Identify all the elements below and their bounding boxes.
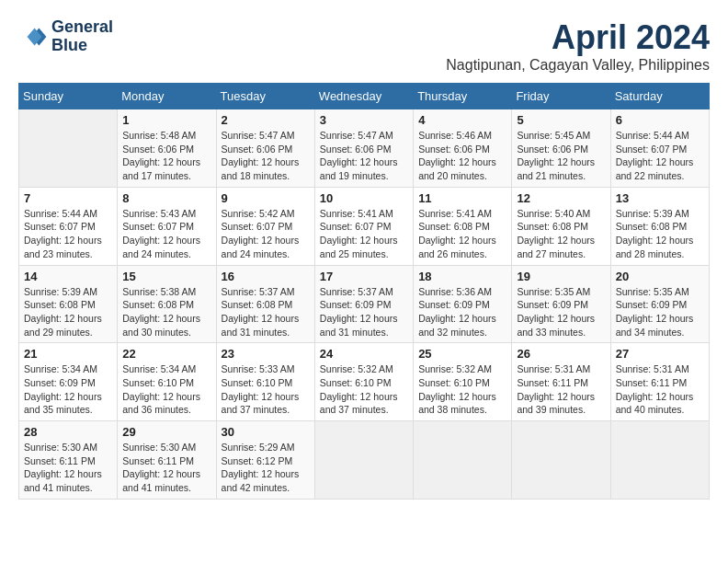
day-info: Sunrise: 5:39 AMSunset: 6:08 PMDaylight:… — [24, 285, 112, 339]
day-info: Sunrise: 5:33 AMSunset: 6:10 PMDaylight:… — [222, 362, 310, 417]
day-info: Sunrise: 5:48 AMSunset: 6:06 PMDaylight:… — [122, 129, 210, 183]
header-day-monday: Monday — [118, 84, 216, 109]
calendar-header-row: SundayMondayTuesdayWednesdayThursdayFrid… — [19, 84, 710, 109]
page-header: General Blue April 2024 Nagtipunan, Caga… — [18, 18, 710, 74]
day-number: 5 — [517, 113, 605, 127]
day-info: Sunrise: 5:40 AMSunset: 6:08 PMDaylight:… — [517, 207, 605, 261]
day-info: Sunrise: 5:47 AMSunset: 6:06 PMDaylight:… — [320, 129, 408, 183]
calendar-cell: 20Sunrise: 5:35 AMSunset: 6:09 PMDayligh… — [610, 265, 709, 343]
calendar-week-5: 28Sunrise: 5:30 AMSunset: 6:11 PMDayligh… — [19, 421, 710, 500]
day-info: Sunrise: 5:35 AMSunset: 6:09 PMDaylight:… — [616, 285, 704, 339]
day-info: Sunrise: 5:45 AMSunset: 6:06 PMDaylight:… — [517, 129, 605, 183]
calendar-cell — [19, 109, 118, 188]
calendar-cell: 26Sunrise: 5:31 AMSunset: 6:11 PMDayligh… — [512, 343, 610, 421]
day-number: 11 — [418, 191, 506, 205]
calendar-cell — [610, 421, 709, 500]
day-number: 29 — [122, 425, 210, 439]
calendar-cell — [512, 421, 610, 500]
calendar-cell: 7Sunrise: 5:44 AMSunset: 6:07 PMDaylight… — [19, 187, 118, 265]
day-info: Sunrise: 5:31 AMSunset: 6:11 PMDaylight:… — [517, 362, 605, 417]
day-number: 2 — [222, 113, 310, 127]
day-number: 12 — [517, 191, 605, 205]
day-info: Sunrise: 5:30 AMSunset: 6:11 PMDaylight:… — [122, 441, 210, 495]
header-day-tuesday: Tuesday — [216, 84, 314, 109]
calendar-cell: 10Sunrise: 5:41 AMSunset: 6:07 PMDayligh… — [314, 187, 413, 265]
day-number: 10 — [320, 191, 408, 205]
day-info: Sunrise: 5:41 AMSunset: 6:08 PMDaylight:… — [418, 207, 506, 261]
calendar-cell: 8Sunrise: 5:43 AMSunset: 6:07 PMDaylight… — [118, 187, 216, 265]
calendar-cell: 21Sunrise: 5:34 AMSunset: 6:09 PMDayligh… — [19, 343, 118, 421]
calendar-cell: 23Sunrise: 5:33 AMSunset: 6:10 PMDayligh… — [216, 343, 314, 421]
day-number: 9 — [222, 191, 310, 205]
day-number: 18 — [418, 270, 506, 283]
day-number: 30 — [222, 425, 310, 439]
day-info: Sunrise: 5:43 AMSunset: 6:07 PMDaylight:… — [122, 207, 210, 261]
day-number: 19 — [517, 270, 605, 283]
calendar-week-1: 1Sunrise: 5:48 AMSunset: 6:06 PMDaylight… — [19, 109, 710, 188]
day-info: Sunrise: 5:47 AMSunset: 6:06 PMDaylight:… — [222, 129, 310, 183]
logo-text: General Blue — [51, 18, 113, 55]
day-number: 20 — [616, 270, 704, 283]
logo-icon — [18, 22, 48, 52]
day-number: 21 — [24, 347, 112, 361]
day-number: 23 — [222, 347, 310, 361]
day-number: 4 — [418, 113, 506, 127]
header-day-thursday: Thursday — [414, 84, 512, 109]
calendar-cell: 19Sunrise: 5:35 AMSunset: 6:09 PMDayligh… — [512, 265, 610, 343]
calendar-cell: 29Sunrise: 5:30 AMSunset: 6:11 PMDayligh… — [118, 421, 216, 500]
calendar-cell: 17Sunrise: 5:37 AMSunset: 6:09 PMDayligh… — [314, 265, 413, 343]
day-info: Sunrise: 5:37 AMSunset: 6:09 PMDaylight:… — [320, 285, 408, 339]
day-info: Sunrise: 5:29 AMSunset: 6:12 PMDaylight:… — [222, 441, 310, 495]
calendar-cell: 13Sunrise: 5:39 AMSunset: 6:08 PMDayligh… — [610, 187, 709, 265]
day-info: Sunrise: 5:32 AMSunset: 6:10 PMDaylight:… — [418, 362, 506, 417]
calendar-cell: 3Sunrise: 5:47 AMSunset: 6:06 PMDaylight… — [314, 109, 413, 188]
day-info: Sunrise: 5:36 AMSunset: 6:09 PMDaylight:… — [418, 285, 506, 339]
calendar-cell — [314, 421, 413, 500]
month-title: April 2024 — [446, 18, 710, 57]
header-day-sunday: Sunday — [19, 84, 118, 109]
day-info: Sunrise: 5:38 AMSunset: 6:08 PMDaylight:… — [122, 285, 210, 339]
day-info: Sunrise: 5:39 AMSunset: 6:08 PMDaylight:… — [616, 207, 704, 261]
title-section: April 2024 Nagtipunan, Cagayan Valley, P… — [446, 18, 710, 74]
header-day-friday: Friday — [512, 84, 610, 109]
day-info: Sunrise: 5:46 AMSunset: 6:06 PMDaylight:… — [418, 129, 506, 183]
day-info: Sunrise: 5:41 AMSunset: 6:07 PMDaylight:… — [320, 207, 408, 261]
calendar-cell: 5Sunrise: 5:45 AMSunset: 6:06 PMDaylight… — [512, 109, 610, 188]
calendar-cell — [414, 421, 512, 500]
calendar-cell: 15Sunrise: 5:38 AMSunset: 6:08 PMDayligh… — [118, 265, 216, 343]
day-info: Sunrise: 5:34 AMSunset: 6:09 PMDaylight:… — [24, 362, 112, 417]
day-info: Sunrise: 5:34 AMSunset: 6:10 PMDaylight:… — [122, 362, 210, 417]
day-number: 28 — [24, 425, 112, 439]
day-number: 13 — [616, 191, 704, 205]
location-subtitle: Nagtipunan, Cagayan Valley, Philippines — [446, 57, 710, 74]
day-number: 1 — [122, 113, 210, 127]
calendar-week-4: 21Sunrise: 5:34 AMSunset: 6:09 PMDayligh… — [19, 343, 710, 421]
calendar-week-2: 7Sunrise: 5:44 AMSunset: 6:07 PMDaylight… — [19, 187, 710, 265]
day-info: Sunrise: 5:35 AMSunset: 6:09 PMDaylight:… — [517, 285, 605, 339]
day-number: 25 — [418, 347, 506, 361]
calendar-cell: 4Sunrise: 5:46 AMSunset: 6:06 PMDaylight… — [414, 109, 512, 188]
calendar-cell: 2Sunrise: 5:47 AMSunset: 6:06 PMDaylight… — [216, 109, 314, 188]
calendar-cell: 28Sunrise: 5:30 AMSunset: 6:11 PMDayligh… — [19, 421, 118, 500]
calendar-cell: 22Sunrise: 5:34 AMSunset: 6:10 PMDayligh… — [118, 343, 216, 421]
calendar-cell: 1Sunrise: 5:48 AMSunset: 6:06 PMDaylight… — [118, 109, 216, 188]
day-info: Sunrise: 5:30 AMSunset: 6:11 PMDaylight:… — [24, 441, 112, 495]
day-number: 22 — [122, 347, 210, 361]
day-number: 7 — [24, 191, 112, 205]
calendar-table: SundayMondayTuesdayWednesdayThursdayFrid… — [18, 83, 710, 500]
calendar-cell: 6Sunrise: 5:44 AMSunset: 6:07 PMDaylight… — [610, 109, 709, 188]
day-info: Sunrise: 5:44 AMSunset: 6:07 PMDaylight:… — [616, 129, 704, 183]
day-number: 3 — [320, 113, 408, 127]
calendar-cell: 11Sunrise: 5:41 AMSunset: 6:08 PMDayligh… — [414, 187, 512, 265]
header-day-wednesday: Wednesday — [314, 84, 413, 109]
calendar-cell: 30Sunrise: 5:29 AMSunset: 6:12 PMDayligh… — [216, 421, 314, 500]
calendar-week-3: 14Sunrise: 5:39 AMSunset: 6:08 PMDayligh… — [19, 265, 710, 343]
day-info: Sunrise: 5:42 AMSunset: 6:07 PMDaylight:… — [222, 207, 310, 261]
calendar-cell: 24Sunrise: 5:32 AMSunset: 6:10 PMDayligh… — [314, 343, 413, 421]
day-number: 14 — [24, 270, 112, 283]
day-number: 16 — [222, 270, 310, 283]
day-info: Sunrise: 5:32 AMSunset: 6:10 PMDaylight:… — [320, 362, 408, 417]
calendar-cell: 18Sunrise: 5:36 AMSunset: 6:09 PMDayligh… — [414, 265, 512, 343]
day-number: 27 — [616, 347, 704, 361]
day-number: 24 — [320, 347, 408, 361]
